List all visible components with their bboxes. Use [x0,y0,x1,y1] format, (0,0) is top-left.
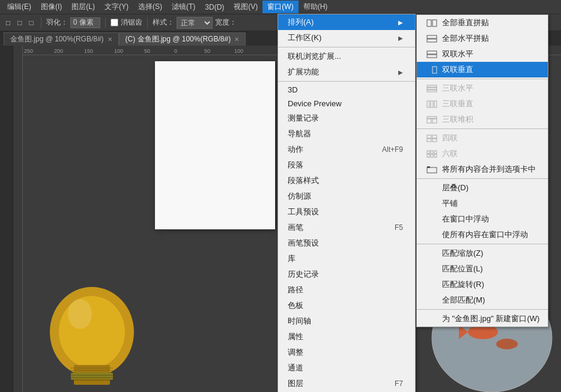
menu-properties[interactable]: 属性 [278,329,415,345]
menu-browse-ext[interactable]: 联机浏览扩展... [278,49,415,64]
bulb-image [35,260,149,392]
menu-image[interactable]: 图像(I) [36,1,67,13]
float-all-icon [426,231,437,239]
submenu-float-all[interactable]: 使所有内容在窗口中浮动 [417,227,548,243]
svg-rect-51 [434,154,437,157]
svg-rect-48 [434,151,437,154]
menu-channels[interactable]: 通道 [278,360,415,376]
menu-workspace[interactable]: 工作区(K) ▶ [278,30,415,46]
submenu-new-window[interactable]: 为 "金鱼图.jpg" 新建窗口(W) [417,311,548,327]
svg-text:50: 50 [204,48,210,54]
svg-rect-33 [427,85,437,87]
menu-select[interactable]: 选择(S) [133,1,167,13]
submenu-triple-stack[interactable]: 三联堆积 [417,112,548,127]
menu-paths[interactable]: 路径 [278,282,415,298]
menu-extend[interactable]: 扩展功能 ▶ [278,64,415,80]
submenu-match-zoom[interactable]: 匹配缩放(Z) [417,246,548,261]
submenu-dual-h[interactable]: 双联水平 [417,46,548,62]
cascade-icon [426,184,437,192]
menu-layers[interactable]: 图层 F7 [278,376,415,391]
tab-close-1[interactable]: ✕ [108,36,112,43]
submenu-float-window[interactable]: 在窗口中浮动 [417,211,548,227]
triple-h-icon [426,84,437,92]
submenu-sep1 [417,79,548,79]
tab-2[interactable]: (C) 金鱼图.jpg @ 100%(RGB/8#) ✕ [119,32,246,46]
menu-measurement[interactable]: 测量记录 [278,110,415,126]
menu-arrange[interactable]: 排列(A) ▶ 全部垂直拼贴 全部水平拼贴 [278,14,415,30]
svg-rect-26 [432,20,437,26]
menu-brush-preset[interactable]: 画笔预设 [278,235,415,251]
menubar: 编辑(E) 图像(I) 图层(L) 文字(Y) 选择(S) 滤镜(T) 3D(D… [0,0,561,14]
svg-rect-43 [432,135,437,138]
menu-filter[interactable]: 滤镜(T) [167,1,200,13]
submenu-tile-h-all[interactable]: 全部水平拼贴 [417,31,548,46]
menu-3d[interactable]: 3D [278,83,415,97]
menu-library[interactable]: 库 [278,251,415,267]
six-icon [426,149,437,158]
match-pos-icon [426,265,437,273]
tile-v-all-icon [426,19,437,27]
submenu-match-all[interactable]: 全部匹配(M) [417,292,548,308]
menu-3d[interactable]: 3D(D) [200,2,229,13]
submenu-merge-tabs[interactable]: 将所有内容合并到选项卡中 [417,161,548,177]
menu-paragraph-style[interactable]: 段落样式 [278,173,415,188]
svg-rect-27 [427,35,437,38]
menu-adjustments[interactable]: 调整 [278,345,415,360]
menu-actions[interactable]: 动作 Alt+F9 [278,142,415,157]
menu-tool-preset[interactable]: 工具预设 [278,204,415,220]
menu-view[interactable]: 视图(V) [229,1,262,13]
svg-text:0: 0 [174,48,177,54]
menu-window[interactable]: 窗口(W) [262,1,298,13]
feather-input[interactable] [70,17,100,28]
submenu-six[interactable]: 六联 [417,146,548,161]
svg-rect-28 [427,39,437,42]
ruler-corner [13,46,23,55]
svg-rect-36 [427,101,429,107]
menu-timeline[interactable]: 时间轴 [278,313,415,329]
layers-shortcut: F7 [395,379,403,388]
svg-rect-39 [427,116,437,118]
tab-1[interactable]: 金鱼图.jpg @ 100%(RGB/8#) ✕ [4,32,119,46]
menu-clone-source[interactable]: 仿制源 [278,188,415,204]
submenu-match-rot[interactable]: 匹配旋转(R) [417,277,548,292]
menu-layer[interactable]: 图层(L) [67,1,100,13]
toolbar-icon1: □ [4,17,13,28]
extend-arrow: ▶ [398,69,403,76]
svg-rect-44 [427,139,431,142]
submenu-match-pos[interactable]: 匹配位置(L) [417,261,548,277]
menu-edit[interactable]: 编辑(E) [2,1,36,13]
menu-text[interactable]: 文字(Y) [100,1,133,13]
submenu-cascade[interactable]: 层叠(D) [417,180,548,196]
submenu-dual-v[interactable]: 双联垂直 [417,62,548,77]
submenu-triple-v[interactable]: 三联垂直 [417,96,548,112]
menu-paragraph[interactable]: 段落 [278,157,415,173]
workspace-arrow: ▶ [398,35,403,41]
svg-rect-31 [427,67,431,73]
tab-close-2[interactable]: ✕ [234,36,239,43]
menu-swatches[interactable]: 色板 [278,298,415,313]
menu-device-preview[interactable]: Device Preview [278,97,415,110]
svg-text:100: 100 [114,48,123,54]
menu-brush[interactable]: 画笔 F5 [278,220,415,235]
svg-rect-47 [431,151,433,154]
submenu-triple-h[interactable]: 三联水平 [417,80,548,96]
svg-rect-32 [432,67,437,73]
submenu-tile-v-all[interactable]: 全部垂直拼贴 [417,15,548,31]
submenu-quad[interactable]: 四联 [417,130,548,146]
dual-h-icon [426,50,437,58]
svg-rect-29 [427,51,437,54]
tile-icon [426,199,437,208]
toolbar-sep3 [147,17,148,28]
submenu-tile[interactable]: 平铺 [417,196,548,211]
anti-alias-checkbox[interactable] [111,19,118,26]
svg-rect-53 [427,166,430,168]
menu-history[interactable]: 历史记录 [278,267,415,282]
anti-alias-label: 消锯齿 [121,17,142,28]
menu-help[interactable]: 帮助(H) [299,1,333,13]
menu-navigator[interactable]: 导航器 [278,126,415,142]
svg-text:200: 200 [54,48,63,54]
svg-point-23 [496,339,518,349]
submenu-sep2 [417,128,548,129]
float-window-icon [426,215,437,223]
style-select[interactable]: 正常 [177,17,213,29]
